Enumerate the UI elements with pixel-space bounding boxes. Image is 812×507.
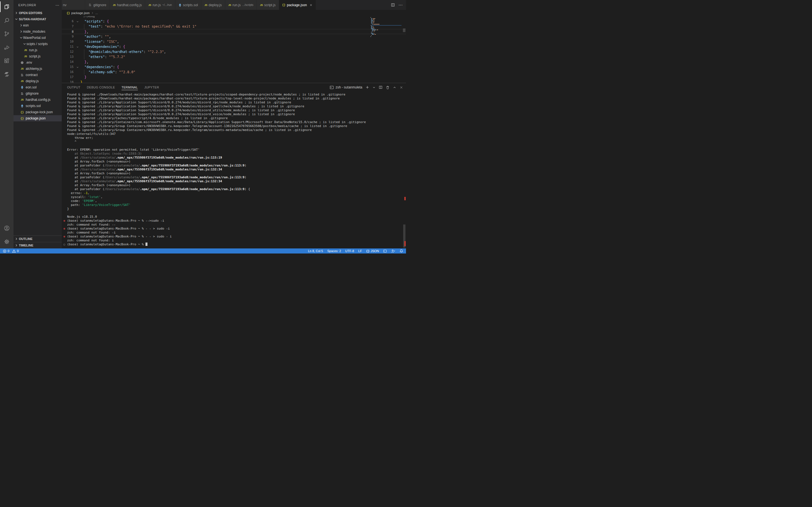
panel-tab-jupyter[interactable]: JUPYTER	[144, 83, 159, 92]
tree-item-waveportal.sol[interactable]: WavePortal.sol	[13, 35, 62, 41]
split-editor-icon[interactable]	[391, 3, 395, 7]
tree-item-alchlemy.js[interactable]: JSalchlemy.js	[13, 66, 62, 72]
panel-tab-debug-console[interactable]: DEBUG CONSOLE	[87, 83, 115, 92]
code-line[interactable]: 9 "author": "",	[62, 34, 406, 39]
breadcrumb-more[interactable]: ...	[95, 11, 98, 15]
tree-item-label: hardhat.config.js	[26, 98, 50, 102]
tree-item-hardhat.config.js[interactable]: JShardhat.config.js	[13, 97, 62, 103]
workspace-root[interactable]: SUTAN-HARDHAT	[13, 16, 62, 22]
code-line[interactable]: 6 "scripts": {	[62, 19, 406, 24]
js-icon: JS	[20, 67, 24, 70]
code-line[interactable]: 12 "@nomiclabs/hardhat-ethers": "^2.2.3"…	[62, 49, 406, 54]
outline-section[interactable]: OUTLINE	[13, 235, 62, 242]
status-notifications[interactable]	[400, 249, 403, 253]
tree-item-label: gitignore	[26, 92, 39, 96]
code-text: "author": "",	[80, 34, 111, 39]
maximize-panel-button[interactable]	[393, 86, 396, 89]
editor-scrollbar[interactable]	[403, 29, 405, 32]
editor-tab-run.js[interactable]: JSrun.js.../scripts	[225, 0, 257, 10]
code-line[interactable]: 8 },	[62, 29, 406, 34]
tree-item-label: contract	[26, 73, 38, 77]
source-control-icon	[4, 31, 10, 37]
ellipsis-icon[interactable]: ⋯	[398, 4, 403, 6]
breadcrumb-file[interactable]: package.json	[71, 11, 90, 15]
tree-item-gitignore[interactable]: gitignore	[13, 91, 62, 97]
editor-tab-run.js[interactable]: JSrun.js~/.../run	[145, 0, 175, 10]
status-cursor-position[interactable]: Ln 8, Col 5	[308, 249, 323, 252]
tree-item-package-lock.json[interactable]: {}package-lock.json	[13, 109, 62, 115]
split-terminal-button[interactable]	[378, 86, 383, 89]
status-language-mode[interactable]: {}JSON	[366, 249, 379, 252]
tree-item-package.json[interactable]: {}package.json	[13, 115, 62, 121]
code-line[interactable]: 7 "test": "echo \"Error: no test specifi…	[62, 24, 406, 29]
terminal-shell-selector[interactable]: zsh - sutanmuleta	[329, 86, 362, 90]
status-feedback[interactable]	[391, 249, 395, 253]
code-editor[interactable]: ▷ Debug6 "scripts": {7 "test": "echo \"E…	[62, 16, 406, 83]
close-icon[interactable]	[309, 3, 313, 7]
tree-item-contract[interactable]: contract	[13, 72, 62, 78]
editor-tab-nv[interactable]: nv	[62, 0, 85, 10]
panel-tab-output[interactable]: OUTPUT	[67, 83, 80, 92]
minimap[interactable]	[370, 17, 402, 37]
code-line[interactable]: 11 "devDependencies": {	[62, 44, 406, 49]
close-panel-button[interactable]	[400, 86, 403, 89]
chevron-down-icon	[14, 17, 18, 21]
code-line[interactable]: 18}	[62, 80, 406, 83]
tree-item-node-modules[interactable]: node_modules	[13, 29, 62, 35]
terminal[interactable]: Found & ignored ./Downloads/hardhat-main…	[62, 92, 406, 248]
activity-item-source-control[interactable]	[0, 27, 13, 41]
code-line[interactable]: 13 "ethers": "^5.7.2"	[62, 54, 406, 59]
code-line[interactable]: 15 "dependencies": {	[62, 64, 406, 69]
activity-item-solidity[interactable]	[0, 68, 13, 81]
status-indentation[interactable]: Spaces: 2	[327, 249, 341, 252]
codelens-row: ▷ Debug	[62, 16, 406, 19]
editor-tab-scripts.sol[interactable]: scripts.sol	[175, 0, 201, 10]
editor-tab-deploy.js[interactable]: JSdeploy.js	[201, 0, 225, 10]
timeline-section[interactable]: TIMELINE	[13, 242, 62, 248]
activity-item-run-debug[interactable]	[0, 41, 13, 54]
editor-tab-gitignore[interactable]: gitignore	[85, 0, 110, 10]
tree-item-scripts.sol[interactable]: scripts.sol	[13, 103, 62, 109]
tree-item-run.js[interactable]: JSrun.js	[13, 47, 62, 53]
tree-item-deploy.js[interactable]: JSdeploy.js	[13, 78, 62, 84]
code-line[interactable]: 14 },	[62, 59, 406, 64]
activity-item-extensions[interactable]	[0, 54, 13, 68]
tree-item-script.js[interactable]: JSscript.js	[13, 53, 62, 59]
open-editors-section[interactable]: OPEN EDITORS	[13, 10, 62, 16]
editor-tab-hardhat.config.js[interactable]: JShardhat.config.js	[110, 0, 145, 10]
tree-item-eon.sol[interactable]: eon.sol	[13, 84, 62, 91]
kill-terminal-button[interactable]	[386, 86, 390, 89]
tree-item-eon[interactable]: eon	[13, 22, 62, 29]
line-number: 11	[70, 44, 73, 49]
activity-item-settings[interactable]	[0, 235, 13, 248]
code-line[interactable]: 10 "license": "ISC",	[62, 39, 406, 44]
breadcrumb[interactable]: {} package.json ...	[62, 10, 406, 16]
terminal-line: at /Users/sutanmuleta/.npm/_npx/755986f3…	[62, 168, 406, 172]
status-errors[interactable]: 0	[3, 249, 9, 253]
status-warnings[interactable]: 0	[12, 249, 18, 253]
status-eol[interactable]: LF	[358, 249, 362, 252]
sidebar-more-icon[interactable]: ⋯	[56, 4, 59, 6]
editor-tab-script.js[interactable]: JSscript.js	[257, 0, 279, 10]
codelens-debug[interactable]: ▷ Debug	[62, 16, 406, 18]
code-text: "alchemy-sdk": "^2.8.0"	[80, 69, 135, 75]
tree-item-.env[interactable]: .env	[13, 59, 62, 66]
panel-tab-terminal[interactable]: TERMINAL	[121, 83, 138, 92]
code-line[interactable]: 16 "alchemy-sdk": "^2.8.0"	[62, 69, 406, 75]
editor-tab-package.json[interactable]: {}package.json	[279, 0, 316, 10]
gear-file-icon	[20, 61, 24, 64]
js-icon: JS	[20, 98, 24, 101]
activity-item-search[interactable]	[0, 13, 13, 27]
minimap-line	[370, 32, 402, 33]
activity-item-accounts[interactable]	[0, 221, 13, 235]
tree-item-scipts-scripts[interactable]: scipts / scripts	[13, 41, 62, 47]
js-icon: JS	[148, 4, 151, 6]
code-line[interactable]: 17 }	[62, 75, 406, 80]
vscode-window: EXPLORER ⋯ OPEN EDITORS SUTAN-HARDHAT eo…	[0, 0, 406, 248]
minimap-line	[370, 31, 402, 31]
activity-item-explorer[interactable]	[0, 0, 13, 13]
terminal-dropdown-button[interactable]	[372, 86, 375, 89]
new-terminal-button[interactable]	[365, 86, 369, 89]
status-encoding[interactable]: UTF-8	[345, 249, 354, 252]
status-shell-indicator[interactable]	[383, 249, 387, 253]
